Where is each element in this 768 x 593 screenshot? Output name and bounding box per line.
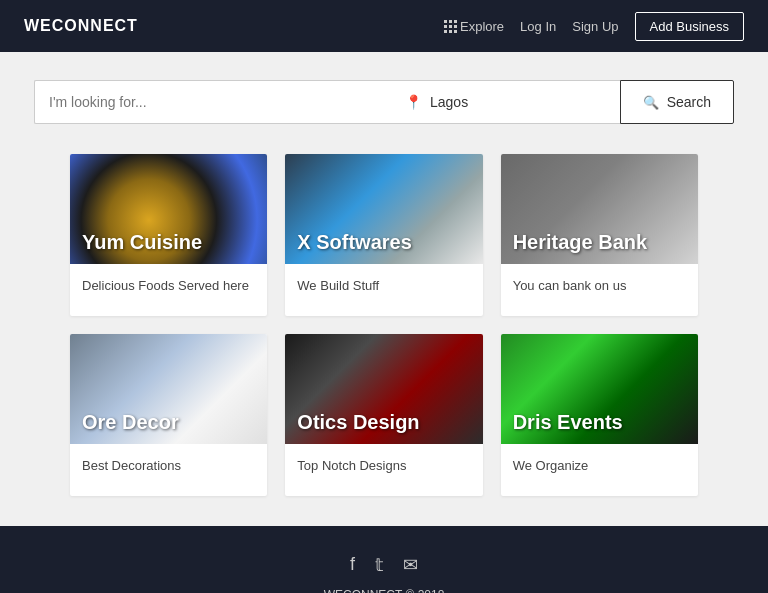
card-title-x-softwares: X Softwares bbox=[285, 221, 482, 264]
twitter-icon[interactable]: 𝕥 bbox=[375, 554, 383, 576]
copyright: WECONNECT © 2018 bbox=[24, 588, 744, 593]
search-section: 📍 🔍 Search bbox=[0, 52, 768, 144]
email-icon[interactable]: ✉ bbox=[403, 554, 418, 576]
location-input[interactable] bbox=[430, 81, 620, 123]
location-pin-icon: 📍 bbox=[397, 94, 430, 110]
add-business-button[interactable]: Add Business bbox=[635, 12, 745, 41]
card-description-x-softwares: We Build Stuff bbox=[285, 264, 482, 316]
card-image-yum-cuisine: Yum Cuisine bbox=[70, 154, 267, 264]
card-yum-cuisine[interactable]: Yum Cuisine Delicious Foods Served here bbox=[70, 154, 267, 316]
card-image-dris-events: Dris Events bbox=[501, 334, 698, 444]
search-input[interactable] bbox=[34, 80, 397, 124]
card-description-heritage-bank: You can bank on us bbox=[501, 264, 698, 316]
search-icon: 🔍 bbox=[643, 95, 659, 110]
card-image-x-softwares: X Softwares bbox=[285, 154, 482, 264]
grid-icon bbox=[444, 20, 456, 32]
card-description-yum-cuisine: Delicious Foods Served here bbox=[70, 264, 267, 316]
facebook-icon[interactable]: f bbox=[350, 554, 355, 576]
card-ore-decor[interactable]: Ore Decor Best Decorations bbox=[70, 334, 267, 496]
search-button-label: Search bbox=[667, 94, 711, 110]
card-image-heritage-bank: Heritage Bank bbox=[501, 154, 698, 264]
card-description-ore-decor: Best Decorations bbox=[70, 444, 267, 496]
explore-label: Explore bbox=[460, 19, 504, 34]
card-x-softwares[interactable]: X Softwares We Build Stuff bbox=[285, 154, 482, 316]
card-title-ore-decor: Ore Decor bbox=[70, 401, 267, 444]
card-title-yum-cuisine: Yum Cuisine bbox=[70, 221, 267, 264]
cards-grid: Yum Cuisine Delicious Foods Served here … bbox=[70, 154, 698, 496]
card-title-heritage-bank: Heritage Bank bbox=[501, 221, 698, 264]
card-title-dris-events: Dris Events bbox=[501, 401, 698, 444]
cards-section: Yum Cuisine Delicious Foods Served here … bbox=[0, 144, 768, 526]
nav: Explore Log In Sign Up Add Business bbox=[444, 12, 744, 41]
card-description-dris-events: We Organize bbox=[501, 444, 698, 496]
card-otics-design[interactable]: Otics Design Top Notch Designs bbox=[285, 334, 482, 496]
header: WECONNECT Explore Log In Sign Up Add Bus… bbox=[0, 0, 768, 52]
search-bar: 📍 🔍 Search bbox=[34, 80, 734, 124]
explore-nav-item[interactable]: Explore bbox=[444, 19, 504, 34]
search-button[interactable]: 🔍 Search bbox=[620, 80, 734, 124]
logo: WECONNECT bbox=[24, 17, 138, 35]
card-title-otics-design: Otics Design bbox=[285, 401, 482, 444]
card-heritage-bank[interactable]: Heritage Bank You can bank on us bbox=[501, 154, 698, 316]
card-image-otics-design: Otics Design bbox=[285, 334, 482, 444]
signup-link[interactable]: Sign Up bbox=[572, 19, 618, 34]
login-link[interactable]: Log In bbox=[520, 19, 556, 34]
card-description-otics-design: Top Notch Designs bbox=[285, 444, 482, 496]
footer: f 𝕥 ✉ WECONNECT © 2018 bbox=[0, 526, 768, 593]
card-image-ore-decor: Ore Decor bbox=[70, 334, 267, 444]
location-wrapper: 📍 bbox=[397, 80, 620, 124]
social-links: f 𝕥 ✉ bbox=[24, 554, 744, 576]
card-dris-events[interactable]: Dris Events We Organize bbox=[501, 334, 698, 496]
